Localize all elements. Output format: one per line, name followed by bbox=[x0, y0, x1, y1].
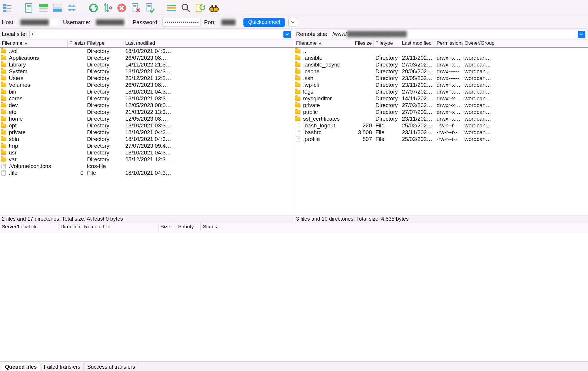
cell-modified: 27/03/2023 2… bbox=[400, 61, 435, 68]
remote-header-permissions[interactable]: Permissions bbox=[435, 39, 463, 47]
quickconnect-history-dropdown[interactable] bbox=[288, 18, 297, 27]
local-header-filesize[interactable]: Filesize bbox=[68, 39, 85, 47]
list-item[interactable]: .profile807File25/02/2020 1…-rw-r--r--wo… bbox=[294, 136, 588, 142]
svg-rect-21 bbox=[215, 5, 216, 8]
remote-header-owner[interactable]: Owner/Group bbox=[463, 39, 588, 47]
list-item[interactable]: optDirectory18/10/2021 03:3… bbox=[0, 122, 294, 129]
list-item[interactable]: .sshDirectory23/05/2023 1…drwx------word… bbox=[294, 75, 588, 81]
cell-filetype: Directory bbox=[85, 89, 123, 95]
transfer-queue-icon[interactable] bbox=[66, 2, 78, 14]
remote-file-list[interactable]: ...ansibleDirectory23/11/2020 1…drwxr-xr… bbox=[294, 48, 588, 215]
binoculars-icon[interactable] bbox=[208, 2, 220, 14]
list-item[interactable]: UsersDirectory25/12/2021 12:2… bbox=[0, 75, 294, 81]
cell-filename: System bbox=[7, 68, 68, 75]
list-item[interactable]: .wp-cliDirectory23/11/2020 1…drwxr-xr-xw… bbox=[294, 81, 588, 88]
transfer-header-status[interactable]: Status bbox=[201, 223, 248, 231]
cell-owner: wordcandy… bbox=[463, 75, 495, 81]
local-tree-icon[interactable] bbox=[38, 2, 49, 14]
list-item[interactable]: .bash_logout220File25/02/2020 1…-rw-r--r… bbox=[294, 122, 588, 129]
list-item[interactable]: .. bbox=[294, 48, 588, 54]
local-file-list[interactable]: .volDirectory18/10/2021 04:3…Application… bbox=[0, 48, 294, 215]
cell-permissions: -rw-r--r-- bbox=[435, 136, 463, 142]
file-icon bbox=[1, 164, 6, 169]
refresh-icon[interactable] bbox=[88, 2, 99, 14]
list-item[interactable]: .ansible_asyncDirectory27/03/2023 2…drwx… bbox=[294, 61, 588, 68]
list-item[interactable]: .file0File18/10/2021 04:3… bbox=[0, 169, 294, 176]
site-manager-icon[interactable] bbox=[2, 2, 14, 14]
disconnect-icon[interactable] bbox=[130, 2, 142, 14]
tab-queued-files[interactable]: Queued files bbox=[2, 363, 40, 371]
transfer-queue-body[interactable] bbox=[0, 231, 588, 361]
local-header-filename[interactable]: Filename bbox=[0, 39, 68, 47]
cell-modified: 27/03/2023 2… bbox=[400, 102, 435, 109]
transfer-header-remote[interactable]: Remote file bbox=[82, 223, 159, 231]
list-item[interactable]: logsDirectory27/07/2023 0…drwxr-xr-xword… bbox=[294, 88, 588, 95]
host-input[interactable] bbox=[18, 18, 59, 27]
cell-modified: 23/11/2020 1… bbox=[400, 82, 435, 88]
list-item[interactable]: VolumesDirectory26/07/2023 08:… bbox=[0, 81, 294, 88]
sync-browse-icon[interactable] bbox=[102, 2, 113, 14]
cell-permissions: -rw-r--r-- bbox=[435, 122, 463, 129]
cell-modified: 26/07/2023 08:… bbox=[123, 55, 176, 61]
list-item[interactable]: mysqleditorDirectory14/11/2022 1…drwxr-x… bbox=[294, 95, 588, 102]
list-item[interactable]: privateDirectory18/10/2021 04:2… bbox=[0, 129, 294, 136]
remote-header-filetype[interactable]: Filetype bbox=[374, 39, 400, 47]
cell-filetype: Directory bbox=[374, 68, 400, 75]
list-item[interactable]: .volDirectory18/10/2021 04:3… bbox=[0, 48, 294, 54]
list-item[interactable]: usrDirectory18/10/2021 04:3… bbox=[0, 149, 294, 156]
find-icon[interactable] bbox=[180, 2, 192, 14]
list-item[interactable]: varDirectory25/12/2021 12:3… bbox=[0, 156, 294, 163]
local-site-dropdown[interactable] bbox=[283, 31, 291, 38]
tab-failed-transfers[interactable]: Failed transfers bbox=[41, 363, 83, 371]
list-item[interactable]: etcDirectory21/03/2022 13:3… bbox=[0, 109, 294, 115]
list-item[interactable]: devDirectory12/05/2023 08:0… bbox=[0, 102, 294, 109]
auto-check-icon[interactable] bbox=[194, 2, 206, 14]
remote-header-modified[interactable]: Last modified bbox=[400, 39, 435, 47]
cell-modified: 26/07/2023 08:… bbox=[123, 82, 176, 88]
remote-site-dropdown[interactable] bbox=[578, 31, 585, 38]
list-item[interactable]: ssl_certificatesDirectory23/11/2020 1…dr… bbox=[294, 115, 588, 122]
list-item[interactable]: .cacheDirectory20/06/2022 1…drwx------wo… bbox=[294, 68, 588, 75]
list-item[interactable]: privateDirectory27/03/2023 2…drwxr-xr-xw… bbox=[294, 102, 588, 109]
cell-owner: wordcandy… bbox=[463, 129, 495, 136]
list-item[interactable]: homeDirectory12/05/2023 08:… bbox=[0, 115, 294, 122]
list-item[interactable]: LibraryDirectory14/11/2022 21:3… bbox=[0, 61, 294, 68]
list-item[interactable]: tmpDirectory27/07/2023 09:4… bbox=[0, 142, 294, 149]
compare-icon[interactable] bbox=[166, 2, 178, 14]
list-item[interactable]: SystemDirectory18/10/2021 04:3… bbox=[0, 68, 294, 75]
local-site-path-input[interactable]: / bbox=[29, 30, 292, 38]
cell-modified: 25/12/2021 12:3… bbox=[123, 156, 176, 163]
list-item[interactable]: ApplicationsDirectory26/07/2023 08:… bbox=[0, 54, 294, 61]
transfer-header-size[interactable]: Size bbox=[159, 223, 176, 231]
logs-icon[interactable] bbox=[24, 2, 35, 14]
remote-tree-icon[interactable] bbox=[52, 2, 64, 14]
svg-rect-11 bbox=[132, 4, 138, 11]
list-item[interactable]: .ansibleDirectory23/11/2020 1…drwxr-xr-x… bbox=[294, 54, 588, 61]
transfer-header-direction[interactable]: Direction bbox=[59, 223, 82, 231]
list-item[interactable]: sbinDirectory18/10/2021 04:3… bbox=[0, 136, 294, 142]
list-item[interactable]: publicDirectory27/07/2023 0…drwxr-xr-xwo… bbox=[294, 109, 588, 115]
local-header-modified[interactable]: Last modified bbox=[123, 39, 294, 47]
list-item[interactable]: .VolumeIcon.icnsicns-file bbox=[0, 163, 294, 169]
password-input[interactable] bbox=[162, 18, 201, 27]
list-item[interactable]: coresDirectory18/10/2021 03:3… bbox=[0, 95, 294, 102]
remote-site-path-input[interactable]: /www/ ████████████████ bbox=[330, 30, 586, 38]
cell-filetype: Directory bbox=[374, 61, 400, 68]
quickconnect-button[interactable]: Quickconnect bbox=[243, 18, 285, 27]
local-site-label: Local site: bbox=[2, 31, 27, 37]
username-input[interactable] bbox=[94, 18, 129, 27]
transfer-header-file[interactable]: Server/Local file bbox=[0, 223, 59, 231]
tab-successful-transfers[interactable]: Successful transfers bbox=[84, 363, 138, 371]
cell-owner: wordcandy… bbox=[463, 95, 495, 102]
file-icon bbox=[1, 170, 6, 176]
reconnect-icon[interactable] bbox=[144, 2, 156, 14]
port-input[interactable] bbox=[219, 18, 240, 27]
list-item[interactable]: .bashrc3,808File23/11/2020 1…-rw-r--r--w… bbox=[294, 129, 588, 136]
local-header-filetype[interactable]: Filetype bbox=[85, 39, 123, 47]
remote-header-filename[interactable]: Filename bbox=[294, 39, 353, 47]
transfer-header-priority[interactable]: Priority bbox=[176, 223, 200, 231]
list-item[interactable]: binDirectory18/10/2021 04:3… bbox=[0, 88, 294, 95]
cancel-icon[interactable] bbox=[116, 2, 128, 14]
remote-header-filesize[interactable]: Filesize bbox=[353, 39, 374, 47]
cell-filename: Volumes bbox=[7, 82, 68, 88]
